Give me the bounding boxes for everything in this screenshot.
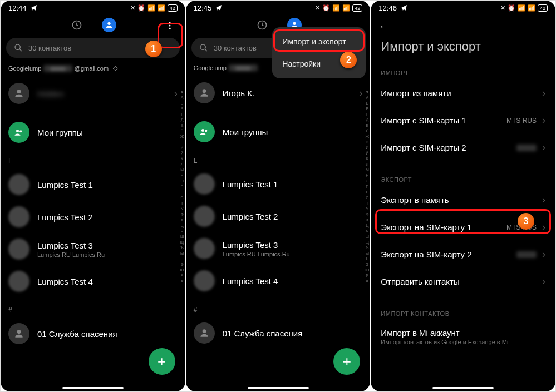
battery-indicator: 42 bbox=[168, 4, 178, 12]
svg-point-16 bbox=[202, 329, 206, 333]
chevron-right-icon: › bbox=[542, 194, 545, 206]
telegram-icon bbox=[400, 4, 407, 12]
menu-import-export[interactable]: Импорт и экспорт bbox=[272, 31, 366, 53]
contact-row[interactable]: Lumpics Test 2 bbox=[1, 201, 185, 233]
screen-1-contacts: 12:44 ✕ ⏰ 📶 📶 42 1 30 контактов Googlelu… bbox=[1, 1, 185, 391]
row-import-mi[interactable]: Импорт в Mi аккаунт Импорт контактов из … bbox=[371, 320, 555, 348]
status-bar: 12:45 ✕⏰📶📶 42 bbox=[186, 1, 371, 13]
contact-row[interactable]: Lumpics Test 3Lumpics RU Lumpics.Ru bbox=[1, 233, 185, 265]
clock: 12:45 bbox=[194, 4, 212, 12]
row-export-memory[interactable]: Экспорт в память › bbox=[371, 186, 555, 214]
popup-menu: Импорт и экспорт Настройки bbox=[272, 27, 366, 78]
status-bar: 12:44 ✕ ⏰ 📶 📶 42 bbox=[1, 1, 185, 13]
clock: 12:46 bbox=[378, 4, 397, 12]
contact-row[interactable]: Lumpics Test 4 bbox=[186, 265, 371, 297]
top-tabs bbox=[1, 13, 185, 34]
more-button[interactable] bbox=[161, 17, 179, 34]
alarm-icon: ⏰ bbox=[137, 4, 145, 12]
row-send-contacts[interactable]: Отправить контакты › bbox=[371, 268, 555, 295]
groups-row[interactable]: Мои группы bbox=[1, 116, 185, 148]
back-button[interactable]: ← bbox=[378, 20, 390, 33]
svg-point-13 bbox=[202, 89, 206, 93]
contact-row[interactable]: Lumpics Test 4 bbox=[1, 265, 185, 297]
search-icon bbox=[199, 43, 208, 52]
status-bar: 12:46 ✕⏰📶📶 42 bbox=[371, 1, 555, 13]
chevron-down-icon: ◇ bbox=[113, 64, 117, 72]
search-bar[interactable]: 30 контактов bbox=[6, 38, 180, 58]
svg-point-1 bbox=[107, 22, 110, 25]
tab-recent[interactable] bbox=[70, 18, 84, 32]
home-handle[interactable] bbox=[248, 387, 309, 389]
contact-row[interactable]: Lumpics Test 2 bbox=[186, 200, 371, 232]
chevron-right-icon: › bbox=[542, 249, 545, 260]
svg-point-6 bbox=[17, 90, 21, 93]
groups-icon bbox=[8, 122, 29, 143]
chevron-right-icon: › bbox=[542, 276, 545, 287]
svg-point-8 bbox=[19, 130, 22, 132]
chevron-right-icon: › bbox=[359, 87, 362, 99]
account-row[interactable]: Googlelumpxxxxx@gmail.com ◇ bbox=[1, 61, 185, 77]
contact-row[interactable]: Lumpics Test 1 bbox=[1, 168, 185, 201]
row-import-sim2[interactable]: Импорт с SIM-карты 2 › bbox=[371, 134, 555, 161]
contact-emergency[interactable]: 01 Служба спасения bbox=[186, 317, 371, 349]
search-placeholder: 30 контактов bbox=[28, 44, 71, 52]
row-import-memory[interactable]: Импорт из памяти › bbox=[371, 80, 555, 107]
alpha-index[interactable]: ♥АБВГДЕЁЖЗИЙКЛМНОПРСТУФХЦЧШЩЪЫЬЭЮЯ# bbox=[365, 90, 369, 284]
clock: 12:44 bbox=[8, 4, 27, 12]
contact-emergency[interactable]: 01 Служба спасения bbox=[1, 317, 185, 350]
contact-row[interactable]: Lumpics Test 1 bbox=[186, 168, 371, 200]
svg-point-9 bbox=[17, 330, 21, 334]
telegram-icon bbox=[215, 4, 222, 12]
chevron-right-icon: › bbox=[542, 115, 545, 126]
fab-add[interactable]: + bbox=[333, 348, 360, 375]
section-import: ИМПОРТ bbox=[371, 64, 555, 80]
home-handle[interactable] bbox=[432, 387, 494, 389]
contact-row[interactable]: Игорь К. › bbox=[186, 77, 371, 109]
settings-header: ← bbox=[371, 13, 555, 36]
svg-point-7 bbox=[16, 130, 19, 132]
battery-indicator: 42 bbox=[538, 4, 548, 12]
chevron-right-icon: › bbox=[542, 87, 545, 99]
row-export-sim1[interactable]: Экспорт на SIM-карту 1 MTS RUS › bbox=[371, 214, 555, 241]
svg-point-4 bbox=[169, 28, 170, 29]
section-hash: # bbox=[1, 297, 185, 317]
svg-point-2 bbox=[169, 22, 170, 23]
screen-2-menu: 12:45 ✕⏰📶📶 42 Импорт и экспорт Настройки… bbox=[186, 1, 371, 391]
fab-add[interactable]: + bbox=[149, 348, 175, 375]
avatar bbox=[8, 83, 29, 104]
row-export-sim2[interactable]: Экспорт на SIM-карту 2 › bbox=[371, 241, 555, 268]
chevron-right-icon: › bbox=[542, 221, 545, 233]
telegram-icon bbox=[30, 4, 37, 12]
chevron-right-icon: › bbox=[174, 88, 178, 100]
svg-point-3 bbox=[169, 25, 170, 27]
screen-3-settings: 12:46 ✕⏰📶📶 42 ← Импорт и экспорт ИМПОРТ … bbox=[371, 1, 555, 391]
wifi-icon: 📶 bbox=[158, 4, 165, 12]
home-handle[interactable] bbox=[62, 387, 124, 389]
svg-point-11 bbox=[293, 22, 296, 25]
mute-icon: ✕ bbox=[130, 4, 135, 12]
tab-recent[interactable] bbox=[255, 18, 269, 32]
search-icon bbox=[14, 43, 23, 52]
svg-point-15 bbox=[205, 130, 207, 132]
page-title: Импорт и экспорт bbox=[371, 36, 555, 64]
svg-point-14 bbox=[201, 129, 204, 132]
tab-contacts[interactable] bbox=[102, 18, 116, 32]
svg-point-5 bbox=[15, 44, 20, 49]
section-export: ЭКСПОРТ bbox=[371, 171, 555, 186]
section-L: L bbox=[1, 148, 185, 168]
chevron-right-icon: › bbox=[542, 142, 545, 153]
alpha-index[interactable]: ♥АБВГДЕЁЖЗИЙКЛМНОПРСТУФХЦЧШЩЪЫЬЭЮЯ# bbox=[180, 90, 184, 284]
menu-settings[interactable]: Настройки bbox=[272, 53, 366, 75]
signal-icon: 📶 bbox=[147, 4, 155, 12]
section-import-contacts: ИМПОРТ КОНТАКТОВ bbox=[371, 305, 555, 320]
groups-row[interactable]: Мои группы bbox=[186, 116, 371, 148]
svg-point-12 bbox=[200, 44, 205, 49]
contact-hidden[interactable]: Hidden › bbox=[1, 77, 185, 110]
row-import-sim1[interactable]: Импорт с SIM-карты 1 MTS RUS › bbox=[371, 107, 555, 134]
contact-row[interactable]: Lumpics Test 3Lumpics RU Lumpics.Ru bbox=[186, 232, 371, 265]
battery-indicator: 42 bbox=[352, 4, 362, 12]
